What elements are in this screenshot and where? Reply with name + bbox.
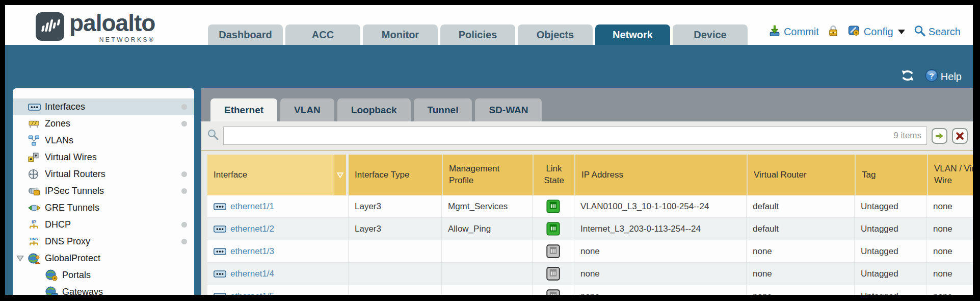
sidebar-item-zones[interactable]: Zones bbox=[13, 115, 194, 132]
column-header-ip[interactable]: IP Address bbox=[574, 155, 747, 195]
cell-text: none bbox=[753, 269, 772, 279]
cell-link bbox=[533, 285, 574, 295]
sidebar-item-ipsec-tunnels[interactable]: IPSec Tunnels bbox=[13, 183, 194, 199]
sidebar-item-label: Virtual Wires bbox=[45, 152, 97, 163]
sidebar-item-vlans[interactable]: VLANs bbox=[13, 132, 194, 149]
table-row[interactable]: ethernet1/2Layer3Allow_PingInternet_L3_2… bbox=[207, 218, 973, 240]
tab-monitor[interactable]: Monitor bbox=[363, 24, 438, 45]
tab-policies[interactable]: Policies bbox=[440, 24, 515, 45]
sidebar-item-dns-proxy[interactable]: DNS DNS Proxy bbox=[13, 233, 194, 250]
cell-text: Mgmt_Services bbox=[448, 202, 508, 212]
vlans-icon bbox=[28, 135, 42, 146]
cell-text: Untagged bbox=[861, 202, 898, 212]
cell-text: none bbox=[580, 291, 600, 295]
apply-filter-button[interactable] bbox=[932, 128, 947, 144]
column-header-vr[interactable]: Virtual Router bbox=[747, 155, 855, 195]
tab-acc[interactable]: ACC bbox=[285, 24, 360, 45]
tab-objects[interactable]: Objects bbox=[518, 24, 593, 45]
tab-device[interactable]: Device bbox=[673, 24, 748, 45]
cell-text: none bbox=[753, 246, 772, 257]
commit-button[interactable]: Commit bbox=[769, 24, 819, 39]
interface-link[interactable]: ethernet1/2 bbox=[230, 224, 274, 234]
column-header-tag[interactable]: Tag bbox=[855, 155, 927, 195]
item-dot bbox=[181, 239, 187, 244]
cell-text: none bbox=[580, 246, 600, 257]
cell-tag: Untagged bbox=[855, 218, 927, 240]
column-label: State bbox=[544, 175, 564, 187]
subtab-ethernet[interactable]: Ethernet bbox=[210, 98, 277, 121]
cell-vlan: none bbox=[927, 240, 973, 262]
config-button[interactable]: Config bbox=[847, 24, 905, 39]
sort-dropdown-icon[interactable] bbox=[334, 155, 346, 195]
brand-subtext: NETWORKS® bbox=[99, 36, 155, 43]
lock-button[interactable] bbox=[828, 24, 839, 39]
sidebar-item-dhcp[interactable]: IP DHCP bbox=[13, 216, 194, 233]
cell-interface: ethernet1/5 bbox=[207, 285, 349, 295]
ethernet-interface-icon bbox=[214, 270, 226, 278]
subtab-loopback[interactable]: Loopback bbox=[337, 98, 411, 121]
table-row[interactable]: ethernet1/4nonenoneUntaggednone bbox=[207, 263, 973, 285]
cell-ip: none bbox=[574, 240, 747, 262]
cell-type bbox=[349, 263, 442, 285]
body-region: Interfaces Zones VLANs Virtual Wires Vir… bbox=[5, 88, 973, 295]
ethernet-interface-icon bbox=[214, 248, 226, 255]
expand-triangle-icon[interactable] bbox=[16, 255, 28, 262]
cell-interface: ethernet1/4 bbox=[207, 263, 349, 285]
cell-vlan: none bbox=[927, 218, 973, 240]
sidebar-item-label: GlobalProtect bbox=[45, 253, 100, 264]
table-row[interactable]: ethernet1/5nonenoneUntaggednone bbox=[207, 285, 973, 295]
column-header-vlan[interactable]: VLAN / VirtualWire bbox=[927, 155, 973, 195]
status-bar-actions: ? Help bbox=[900, 69, 962, 85]
cell-vr: none bbox=[747, 240, 855, 262]
status-bar: ? Help bbox=[5, 45, 973, 88]
cell-text: none bbox=[753, 291, 772, 295]
link-state-down-icon bbox=[546, 267, 560, 281]
sidebar-item-portals[interactable]: Portals bbox=[13, 267, 194, 284]
sidebar-item-label: VLANs bbox=[45, 135, 73, 146]
filter-input[interactable] bbox=[224, 127, 893, 144]
column-header-mgmt[interactable]: ManagementProfile bbox=[442, 155, 533, 195]
tab-network[interactable]: Network bbox=[595, 24, 670, 45]
sidebar-item-virtual-routers[interactable]: Virtual Routers bbox=[13, 166, 194, 183]
tab-dashboard[interactable]: Dashboard bbox=[208, 24, 283, 45]
search-icon bbox=[914, 25, 925, 39]
subtab-sd-wan[interactable]: SD-WAN bbox=[475, 98, 542, 121]
app-window: paloalto NETWORKS® DashboardACCMonitorPo… bbox=[5, 5, 973, 295]
subtab-vlan[interactable]: VLAN bbox=[280, 98, 334, 121]
sidebar-item-label: DNS Proxy bbox=[45, 236, 90, 247]
sidebar-item-globalprotect[interactable]: GlobalProtect bbox=[13, 250, 194, 267]
search-button[interactable]: Search bbox=[914, 25, 961, 39]
table-header-row: InterfaceInterface TypeManagementProfile… bbox=[207, 155, 973, 195]
cell-text: Untagged bbox=[861, 246, 898, 257]
sidebar-item-gre-tunnels[interactable]: GRE Tunnels bbox=[13, 199, 194, 216]
cell-vr: none bbox=[747, 263, 855, 285]
commit-label: Commit bbox=[784, 26, 819, 38]
table-row[interactable]: ethernet1/3nonenoneUntaggednone bbox=[207, 240, 973, 263]
interface-link[interactable]: ethernet1/4 bbox=[230, 269, 274, 279]
item-dot bbox=[181, 104, 187, 110]
tab-label: Objects bbox=[537, 29, 574, 41]
link-state-up-icon bbox=[546, 199, 560, 213]
column-label: Interface Type bbox=[355, 169, 409, 181]
interface-link[interactable]: ethernet1/5 bbox=[230, 291, 274, 295]
sidebar-item-virtual-wires[interactable]: Virtual Wires bbox=[13, 149, 194, 166]
cell-type: Layer3 bbox=[349, 218, 442, 240]
cell-type bbox=[349, 285, 442, 295]
table-row[interactable]: ethernet1/1Layer3Mgmt_ServicesVLAN0100_L… bbox=[207, 195, 973, 218]
sidebar-item-interfaces[interactable]: Interfaces bbox=[13, 98, 194, 115]
subtab-tunnel[interactable]: Tunnel bbox=[414, 98, 472, 121]
interface-link[interactable]: ethernet1/1 bbox=[230, 202, 274, 212]
column-header-link[interactable]: LinkState bbox=[533, 155, 574, 195]
sidebar-item-gateways[interactable]: Gateways bbox=[13, 284, 194, 295]
subtab-label: Tunnel bbox=[428, 105, 459, 116]
interface-link[interactable]: ethernet1/3 bbox=[230, 246, 274, 257]
interface-type-tabs: EthernetVLANLoopbackTunnelSD-WAN bbox=[201, 88, 973, 121]
help-button[interactable]: ? Help bbox=[925, 69, 962, 85]
column-header-interface[interactable]: Interface bbox=[207, 155, 346, 195]
column-header-type[interactable]: Interface Type bbox=[349, 155, 442, 195]
column-label: Management bbox=[449, 163, 499, 175]
commit-icon bbox=[769, 24, 781, 39]
refresh-icon[interactable] bbox=[900, 69, 915, 84]
clear-filter-button[interactable] bbox=[952, 128, 968, 144]
cell-vlan: none bbox=[927, 285, 973, 295]
